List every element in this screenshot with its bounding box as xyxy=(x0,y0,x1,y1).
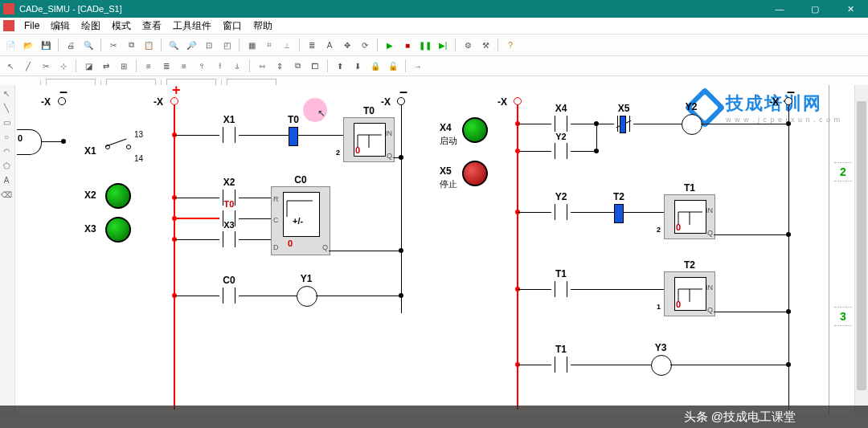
vertical-scrollbar[interactable] xyxy=(854,85,868,96)
tool-flip-icon[interactable]: ⇄ xyxy=(99,59,113,73)
config-icon[interactable]: ⚒ xyxy=(478,38,493,52)
ortho-icon[interactable]: ⟂ xyxy=(280,38,294,52)
zoom-out-icon[interactable]: 🔎 xyxy=(184,38,199,52)
cut-icon[interactable]: ✂ xyxy=(106,38,121,52)
menu-bar: File 编辑 绘图 模式 查看 工具组件 窗口 帮助 xyxy=(0,18,868,35)
menu-tools[interactable]: 工具组件 xyxy=(168,18,216,35)
dist-h-icon[interactable]: ⇿ xyxy=(255,59,269,73)
align-right-icon[interactable]: ≡ xyxy=(177,59,191,73)
maximize-button[interactable]: ▢ xyxy=(797,0,833,18)
tool-trim-icon[interactable]: ⊹ xyxy=(56,59,71,73)
rotate-icon[interactable]: ⟳ xyxy=(358,38,372,52)
align-center-icon[interactable]: ≣ xyxy=(159,59,174,73)
arrow-icon[interactable]: → xyxy=(411,59,425,73)
window-title: CADe_SIMU - [CADe_S1] xyxy=(19,4,122,14)
title-bar: CADe_SIMU - [CADe_S1] — ▢ ✕ xyxy=(0,0,868,18)
pause-icon[interactable]: ❚❚ xyxy=(418,38,432,52)
save-icon[interactable]: 💾 xyxy=(39,38,53,52)
toolbar-edit: ↖ ╱ ✂ ⊹ ◪ ⇄ ⊞ ≡ ≣ ≡ ⫯ ⫲ ⫰ ⇿ ⇕ ⧉ ⧠ ⬆ ⬇ 🔒 … xyxy=(0,56,868,76)
window-controls: — ▢ ✕ xyxy=(762,0,868,18)
tool-line-icon[interactable]: ╱ xyxy=(21,59,35,73)
ungroup-icon[interactable]: ⧠ xyxy=(308,59,322,73)
polarity-neg-3: – xyxy=(787,85,795,96)
grid-icon[interactable]: ▦ xyxy=(244,38,259,52)
tool-select-icon[interactable]: ↖ xyxy=(3,59,18,73)
zoom-in-icon[interactable]: 🔍 xyxy=(166,38,181,52)
zoom-win-icon[interactable]: ◰ xyxy=(219,38,234,52)
step-icon[interactable]: ▶| xyxy=(436,38,450,52)
help-icon[interactable]: ? xyxy=(503,38,518,52)
polarity-neg-2: – xyxy=(399,85,407,96)
move-icon[interactable]: ✥ xyxy=(340,38,354,52)
menu-window[interactable]: 窗口 xyxy=(218,18,247,35)
simulate-icon[interactable]: ⚙ xyxy=(461,38,475,52)
print-icon[interactable]: 🖨 xyxy=(63,38,78,52)
logo-line1: 技成培训网 xyxy=(726,92,841,96)
align-top-icon[interactable]: ⫯ xyxy=(194,59,209,73)
menu-mode[interactable]: 模式 xyxy=(107,18,136,35)
toolbar-main: 📄 📂 💾 🖨 🔍 ✂ ⧉ 📋 🔍 🔎 ⊡ ◰ ▦ ⌗ ⟂ ≣ A ✥ ⟳ ▶ … xyxy=(0,35,868,56)
copy-icon[interactable]: ⧉ xyxy=(124,38,138,52)
canvas-area[interactable]: 技成培训网 w w w . j c p e i x u n . c o m – … xyxy=(15,85,868,96)
run-icon[interactable]: ▶ xyxy=(383,38,397,52)
tool-mirror-icon[interactable]: ◪ xyxy=(81,59,96,73)
align-mid-icon[interactable]: ⫲ xyxy=(212,59,227,73)
layer-icon[interactable]: ≣ xyxy=(305,38,319,52)
minimize-button[interactable]: — xyxy=(762,0,797,18)
menu-file[interactable]: File xyxy=(19,18,44,33)
stop-icon[interactable]: ■ xyxy=(400,38,415,52)
tool-cut-icon[interactable]: ✂ xyxy=(39,59,53,73)
zoom-fit-icon[interactable]: ⊡ xyxy=(202,38,216,52)
canvas[interactable]: 技成培训网 w w w . j c p e i x u n . c o m – … xyxy=(15,85,868,96)
app-icon xyxy=(3,3,14,14)
menu-draw[interactable]: 绘图 xyxy=(76,18,105,35)
polarity-plus: + xyxy=(172,85,181,96)
watermark-logo: 技成培训网 w w w . j c p e i x u n . c o m xyxy=(690,92,841,96)
front-icon[interactable]: ⬆ xyxy=(333,59,347,73)
workspace: ↖ ╲ ▭ ○ ◠ ⬠ A ⌫ 技成培训网 w w w . j c p e i … xyxy=(0,85,868,96)
tool-array-icon[interactable]: ⊞ xyxy=(117,59,131,73)
snap-icon[interactable]: ⌗ xyxy=(262,38,276,52)
menu-view[interactable]: 查看 xyxy=(137,18,166,35)
dist-v-icon[interactable]: ⇕ xyxy=(272,59,287,73)
left-toolbar: ↖ ╲ ▭ ○ ◠ ⬠ A ⌫ xyxy=(0,85,15,96)
back-icon[interactable]: ⬇ xyxy=(350,59,365,73)
paste-icon[interactable]: 📋 xyxy=(141,38,156,52)
preview-icon[interactable]: 🔍 xyxy=(81,38,96,52)
align-left-icon[interactable]: ≡ xyxy=(141,59,156,73)
menu-help[interactable]: 帮助 xyxy=(248,18,277,35)
open-icon[interactable]: 📂 xyxy=(21,38,35,52)
logo-diamond-icon xyxy=(685,88,726,96)
app-icon-small xyxy=(3,20,14,31)
pointer-tool-icon[interactable]: ↖ xyxy=(0,87,13,96)
close-button[interactable]: ✕ xyxy=(833,0,868,18)
group-icon[interactable]: ⧉ xyxy=(290,59,305,73)
unlock-icon[interactable]: 🔓 xyxy=(386,59,400,73)
new-icon[interactable]: 📄 xyxy=(3,38,18,52)
logo-text: 技成培训网 w w w . j c p e i x u n . c o m xyxy=(726,92,841,96)
lock-icon[interactable]: 🔒 xyxy=(368,59,383,73)
text-icon[interactable]: A xyxy=(322,38,337,52)
polarity-neg-1: – xyxy=(59,85,68,96)
page-gutter: 2 3 xyxy=(829,85,854,96)
menu-edit[interactable]: 编辑 xyxy=(46,18,75,35)
align-bot-icon[interactable]: ⫰ xyxy=(230,59,244,73)
